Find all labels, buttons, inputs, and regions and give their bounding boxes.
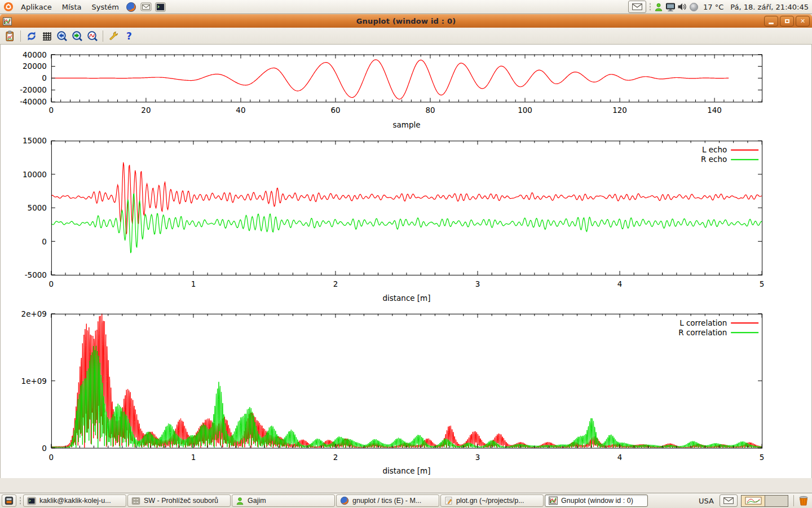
taskbar-window-gajim[interactable]: Gajim xyxy=(232,494,335,507)
firefox-launcher[interactable] xyxy=(124,0,139,14)
titlebar[interactable]: Gnuplot (window id : 0) ✕ xyxy=(0,14,812,28)
minimize-button[interactable] xyxy=(764,16,778,27)
x-tick-label: 5 xyxy=(760,279,765,288)
x-tick-label: 1 xyxy=(191,453,196,462)
close-button[interactable]: ✕ xyxy=(796,16,810,27)
chart-2-ticks xyxy=(51,314,762,448)
chart-2: 01e+092e+09012345distance [m]L correlati… xyxy=(21,309,765,476)
mail-launcher[interactable] xyxy=(139,0,153,14)
x-tick-label: 4 xyxy=(617,453,623,462)
envelope-icon xyxy=(632,3,642,10)
toolbar-separator xyxy=(20,30,21,42)
toolbar: ? xyxy=(0,28,812,45)
zoom-next-icon xyxy=(72,30,83,42)
gnuplot-icon xyxy=(549,496,558,505)
series-l-correlation xyxy=(51,311,762,448)
firefox-icon xyxy=(340,496,349,505)
window-controls: ✕ xyxy=(764,16,810,27)
maximize-button[interactable] xyxy=(780,16,794,27)
keyboard-layout-indicator[interactable]: USA xyxy=(694,497,718,505)
minimize-icon xyxy=(769,23,774,24)
workspace-switcher[interactable] xyxy=(741,495,788,507)
y-tick-label: 1e+09 xyxy=(21,376,47,386)
x-tick-label: 1 xyxy=(191,279,196,288)
chart-2-border xyxy=(51,314,762,448)
mail-notification-tray[interactable] xyxy=(628,1,646,13)
maximize-icon xyxy=(785,19,789,23)
show-desktop-button[interactable] xyxy=(2,494,16,507)
next-zoom-button[interactable] xyxy=(69,29,85,43)
help-button[interactable]: ? xyxy=(121,29,136,43)
taskbar-window-gnuplot[interactable]: Gnuplot (window id : 0) xyxy=(545,494,648,507)
workspace-2[interactable] xyxy=(765,496,788,506)
taskbar-window-text-editor[interactable]: plot.gn (~/projects/p... xyxy=(440,494,544,507)
series-sample-signal xyxy=(51,60,729,99)
screen: { "top_panel": { "menus": [ {"label": "A… xyxy=(0,0,812,508)
workspace-1[interactable] xyxy=(742,496,765,506)
chart-2-series xyxy=(51,311,762,448)
clock[interactable]: Pá, 18. září, 21:40:45 xyxy=(727,3,812,11)
window-title: Gnuplot (window id : 0) xyxy=(0,17,812,25)
y-tick-label: 40000 xyxy=(23,50,47,59)
taskbar-handle xyxy=(19,497,21,505)
chart-1: -5000050001000015000012345distance [m]L … xyxy=(23,136,764,303)
x-tick-label: 2 xyxy=(333,279,338,288)
autoscale-button[interactable] xyxy=(85,29,100,43)
top-panel: Aplikace Místa Systém xyxy=(0,0,812,14)
menu-applications[interactable]: Aplikace xyxy=(16,0,57,14)
legend-label: R echo xyxy=(701,155,727,164)
taskbar-separator xyxy=(793,495,794,506)
trash-applet[interactable] xyxy=(797,495,810,506)
x-tick-label: 2 xyxy=(333,453,338,462)
taskbar-window-file-manager[interactable]: SW - Prohlížeč souborů xyxy=(127,494,231,507)
legend-label: R correlation xyxy=(678,328,727,337)
series-l-echo xyxy=(51,163,762,235)
grid-icon xyxy=(41,30,52,42)
taskbar-mail-tray[interactable] xyxy=(720,494,738,507)
gnuplot-plots: -40000-200000200004000002040608010012014… xyxy=(1,45,811,478)
display-tray-icon[interactable] xyxy=(664,0,676,14)
terminal-launcher[interactable] xyxy=(153,0,168,14)
x-axis-label: sample xyxy=(393,120,421,129)
legend-label: L echo xyxy=(702,145,727,154)
chart-1-legend: L echoR echo xyxy=(701,145,758,164)
x-tick-label: 80 xyxy=(425,106,435,115)
toggle-grid-button[interactable] xyxy=(39,29,54,43)
replot-button[interactable] xyxy=(24,29,39,43)
taskbar-window-label: plot.gn (~/projects/p... xyxy=(456,497,524,505)
taskbar-window-label: kaklik@kaklik-kolej-u... xyxy=(39,497,111,505)
tray-handle xyxy=(648,3,651,11)
refresh-icon xyxy=(26,30,37,42)
plot-canvas[interactable]: -40000-200000200004000002040608010012014… xyxy=(0,45,812,478)
taskbar-window-firefox[interactable]: gnuplot / tics (E) - M... xyxy=(336,494,439,507)
taskbar-window-label: Gnuplot (window id : 0) xyxy=(561,497,633,505)
main-menu-button[interactable] xyxy=(0,0,16,14)
volume-tray-icon[interactable] xyxy=(676,0,688,14)
x-tick-label: 4 xyxy=(617,279,623,288)
temperature-indicator[interactable]: 17 °C xyxy=(700,3,727,11)
x-tick-label: 100 xyxy=(518,106,532,115)
gajim-tray-icon[interactable] xyxy=(652,0,664,14)
menu-system[interactable]: Systém xyxy=(86,0,123,14)
toolbar-separator xyxy=(103,30,103,42)
x-tick-label: 0 xyxy=(49,106,54,115)
x-tick-label: 3 xyxy=(475,453,480,462)
copy-to-clipboard-button[interactable] xyxy=(2,29,17,43)
options-button[interactable] xyxy=(106,29,121,43)
x-tick-label: 140 xyxy=(707,106,722,115)
y-tick-label: 0 xyxy=(42,444,47,453)
help-icon: ? xyxy=(123,30,135,42)
legend-label: L correlation xyxy=(679,318,727,327)
weather-tray-icon[interactable] xyxy=(688,0,700,14)
menu-places[interactable]: Místa xyxy=(57,0,87,14)
chart-1-ticks xyxy=(51,141,762,275)
x-tick-label: 120 xyxy=(612,106,627,115)
x-tick-label: 20 xyxy=(141,106,151,115)
x-tick-label: 0 xyxy=(49,453,54,462)
previous-zoom-button[interactable] xyxy=(54,29,69,43)
mail-icon xyxy=(140,2,152,11)
taskbar-window-terminal[interactable]: kaklik@kaklik-kolej-u... xyxy=(23,494,126,507)
y-tick-label: 15000 xyxy=(23,136,47,145)
close-icon: ✕ xyxy=(800,18,805,24)
series-r-echo xyxy=(51,194,762,253)
